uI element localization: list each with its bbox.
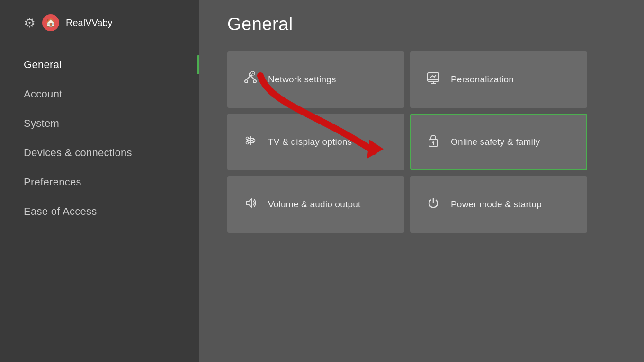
power-icon <box>425 196 441 213</box>
svg-line-3 <box>246 76 250 80</box>
username-label: RealVVaby <box>66 18 113 28</box>
gear-icon: ⚙ <box>24 15 36 31</box>
svg-point-15 <box>252 139 255 141</box>
volume-label: Volume & audio output <box>268 199 360 210</box>
svg-line-4 <box>250 76 255 80</box>
tile-personalization[interactable]: Personalization <box>410 51 587 108</box>
personalization-label: Personalization <box>451 74 514 85</box>
power-label: Power mode & startup <box>451 199 542 210</box>
sidebar-item-general[interactable]: General <box>0 50 199 79</box>
svg-point-18 <box>432 141 434 143</box>
tiles-grid: Network settings Personalization <box>227 51 587 233</box>
tile-network[interactable]: Network settings <box>227 51 404 108</box>
svg-rect-6 <box>428 73 439 81</box>
sidebar-item-devices[interactable]: Devices & connections <box>0 138 199 168</box>
sidebar-item-ease-of-access[interactable]: Ease of Access <box>0 197 199 226</box>
page-title: General <box>227 14 616 35</box>
tv-display-label: TV & display options <box>268 137 352 147</box>
sidebar-item-system[interactable]: System <box>0 109 199 138</box>
online-safety-icon <box>425 133 441 151</box>
svg-point-14 <box>246 137 248 139</box>
svg-point-2 <box>253 80 256 83</box>
tile-power[interactable]: Power mode & startup <box>410 176 587 233</box>
sidebar-item-account[interactable]: Account <box>0 79 199 109</box>
sidebar-header: ⚙ 🏠 RealVVaby <box>0 9 199 45</box>
network-label: Network settings <box>268 74 336 85</box>
tile-tv-display[interactable]: TV & display options <box>227 114 404 170</box>
avatar: 🏠 <box>42 14 59 31</box>
volume-icon <box>242 196 259 213</box>
svg-marker-20 <box>246 199 252 207</box>
network-icon <box>242 71 259 88</box>
main-content: General Network settings <box>199 0 644 362</box>
online-safety-label: Online safety & family <box>451 137 540 147</box>
tv-display-icon <box>242 133 259 151</box>
tile-volume[interactable]: Volume & audio output <box>227 176 404 233</box>
sidebar: ⚙ 🏠 RealVVaby General Account System Dev… <box>0 0 199 362</box>
sidebar-nav: General Account System Devices & connect… <box>0 50 199 226</box>
svg-point-1 <box>245 80 248 83</box>
sidebar-item-preferences[interactable]: Preferences <box>0 168 199 197</box>
personalization-icon <box>425 71 441 88</box>
tile-online-safety[interactable]: Online safety & family <box>410 114 587 170</box>
svg-point-16 <box>246 141 248 144</box>
